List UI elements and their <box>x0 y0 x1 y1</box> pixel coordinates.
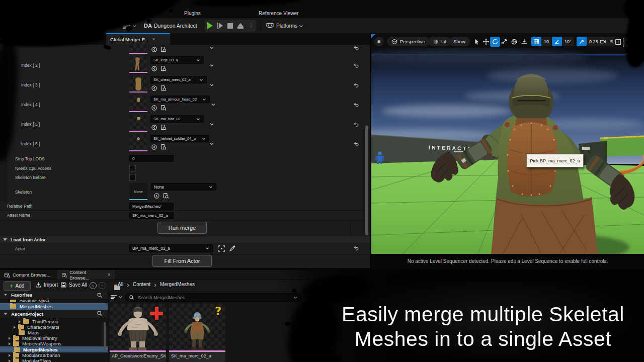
asset-name-input[interactable]: SK_ma_merc_02_a <box>129 212 174 219</box>
eyedropper-icon[interactable] <box>229 245 236 252</box>
scale-snap-control[interactable]: 0.25 <box>577 37 601 46</box>
tab-global-merger[interactable]: Global Merger E... ✕ <box>106 33 170 45</box>
reset-to-default-icon[interactable] <box>353 45 359 51</box>
browse-to-asset-icon[interactable] <box>153 193 160 199</box>
expand-row-icon[interactable] <box>209 82 215 88</box>
chevron-down-icon[interactable] <box>639 44 642 48</box>
needs-cpu-access-checkbox[interactable] <box>129 165 136 171</box>
favorites-item-mergedmeshes[interactable]: MergedMeshes <box>0 303 108 310</box>
perspective-dropdown[interactable]: Perspective <box>387 37 430 46</box>
stop-button[interactable] <box>227 23 233 29</box>
use-selected-asset-icon[interactable] <box>160 46 167 53</box>
window-tab-plugins[interactable]: Plugins <box>184 11 201 16</box>
mesh-select-combobox[interactable]: SK_helmet_soldier_04_a <box>150 135 209 142</box>
tree-item-medievalinfantry[interactable]: MedievalInfantry <box>0 335 108 341</box>
use-selected-asset-icon[interactable] <box>160 65 167 72</box>
mesh-select-combobox[interactable]: SK_ma_hair_02 <box>150 115 204 123</box>
pick-actor-icon[interactable] <box>218 245 225 252</box>
tree-item-mergedmeshes[interactable]: MergedMeshes <box>0 346 108 352</box>
asset-tile-greatsword-enemy[interactable]: AP_GreatswordEnemy_SK <box>110 304 166 362</box>
expand-arrow-icon[interactable] <box>9 354 11 357</box>
viewport-options-menu[interactable]: ≡ <box>374 37 384 46</box>
mesh-select-combobox[interactable]: SK_legs_03_a <box>150 56 204 64</box>
reset-to-default-icon[interactable] <box>353 245 359 251</box>
breadcrumb-all[interactable]: All <box>118 282 123 287</box>
browse-to-asset-icon[interactable] <box>151 46 157 53</box>
skeleton-before-checkbox[interactable] <box>129 174 136 180</box>
blueprints-dropdown[interactable] <box>103 20 117 31</box>
mesh-thumbnail[interactable] <box>129 96 147 112</box>
fill-from-actor-button[interactable]: Fill From Actor <box>152 255 212 267</box>
tree-item-modularelves[interactable]: ModularElves <box>0 358 108 362</box>
rotation-snap-value[interactable]: 10° <box>562 37 574 46</box>
close-icon[interactable]: ✕ <box>107 273 111 277</box>
forward-button[interactable]: › <box>99 282 106 289</box>
cinematics-dropdown[interactable] <box>122 20 136 31</box>
add-button[interactable]: + Add <box>4 281 31 291</box>
import-button[interactable]: Import <box>35 282 58 288</box>
tree-item-thirdperson[interactable]: ThirdPerson <box>0 319 108 324</box>
expand-arrow-icon[interactable] <box>9 342 11 345</box>
expand-arrow-icon[interactable] <box>9 359 11 362</box>
grid-snap-value[interactable]: 10 <box>541 37 551 46</box>
eject-button[interactable] <box>237 23 244 29</box>
reset-to-default-icon[interactable] <box>353 82 359 88</box>
expand-arrow-icon[interactable] <box>19 320 21 323</box>
expand-arrow-icon[interactable] <box>9 337 11 340</box>
browse-to-asset-icon[interactable] <box>151 124 157 131</box>
reset-to-default-icon[interactable] <box>353 62 359 69</box>
scale-tool[interactable] <box>499 37 509 47</box>
search-icon[interactable] <box>97 292 103 298</box>
select-mode-dropdown[interactable] <box>21 20 111 31</box>
expand-arrow-icon[interactable] <box>14 326 16 329</box>
tree-item-medievalweapons[interactable]: MedievalWeapons <box>0 341 108 346</box>
search-icon[interactable] <box>97 310 103 316</box>
reset-to-default-icon[interactable] <box>353 102 359 108</box>
skeleton-thumbnail[interactable]: None <box>129 183 147 200</box>
tree-scrollbar[interactable] <box>104 322 106 351</box>
maximize-viewport-toggle[interactable] <box>613 37 623 47</box>
tree-item-maps[interactable]: Maps <box>0 330 108 335</box>
show-dropdown[interactable]: Show <box>449 37 470 46</box>
tree-item-characterparts[interactable]: CharacterParts <box>0 324 108 330</box>
viewport-3d-scene[interactable]: INTERACTABLES <box>371 48 644 268</box>
expand-row-icon[interactable] <box>209 45 215 51</box>
reset-to-default-icon[interactable] <box>353 121 359 128</box>
mesh-select-combobox[interactable]: SK_ma_armour_head_02 <box>150 96 210 103</box>
browse-to-asset-icon[interactable] <box>151 85 157 92</box>
play-options-menu[interactable]: ⋮ <box>248 25 254 27</box>
save-all-button[interactable]: Save All <box>60 282 87 288</box>
breadcrumb-mergedmeshes[interactable]: MergedMeshes <box>160 282 195 287</box>
breadcrumb-content[interactable]: Content <box>133 282 150 287</box>
mesh-thumbnail[interactable] <box>129 76 147 93</box>
project-header[interactable]: AscentProject <box>0 310 108 319</box>
platforms-dropdown[interactable]: Platforms <box>266 20 303 31</box>
mesh-thumbnail[interactable] <box>129 115 147 132</box>
expand-row-icon[interactable] <box>209 62 215 68</box>
close-icon[interactable]: ✕ <box>152 37 155 42</box>
dungeon-architect-button[interactable]: DA Dungeon Architect <box>144 20 197 31</box>
grid-snap-control[interactable]: 10 <box>531 37 551 46</box>
back-button[interactable]: ‹ <box>90 282 97 289</box>
window-tab-reference-viewer[interactable]: Reference Viewer <box>259 11 298 16</box>
filters-dropdown[interactable] <box>111 294 122 300</box>
use-selected-asset-icon[interactable] <box>160 124 167 131</box>
viewport-layout-picker[interactable] <box>623 38 638 47</box>
frame-skip-button[interactable] <box>217 23 223 29</box>
merger-scrollbar[interactable] <box>365 126 368 235</box>
lit-dropdown[interactable]: Lit <box>428 37 451 46</box>
browse-to-asset-icon[interactable] <box>151 144 157 150</box>
run-merge-button[interactable]: Run merge <box>157 222 207 234</box>
play-button[interactable] <box>207 22 213 29</box>
favorites-header[interactable]: Favorites <box>0 291 108 300</box>
add-content-dropdown[interactable]: + <box>80 20 95 31</box>
move-tool[interactable] <box>481 37 491 47</box>
load-from-actor-header[interactable]: Load from Actor <box>0 236 371 243</box>
tree-item-modularbarbarian[interactable]: ModularBarbarian <box>0 352 108 358</box>
rotate-tool[interactable] <box>490 37 500 47</box>
partial-tab-label[interactable]: er <box>68 36 72 41</box>
relative-path-input[interactable]: MergedMeshes/ <box>129 203 174 210</box>
favorites-clipped-row[interactable]: AscentProject <box>0 300 108 303</box>
actor-combobox[interactable]: BP_ma_merc_02_a <box>129 244 213 252</box>
chevron-down-icon[interactable] <box>293 295 298 300</box>
